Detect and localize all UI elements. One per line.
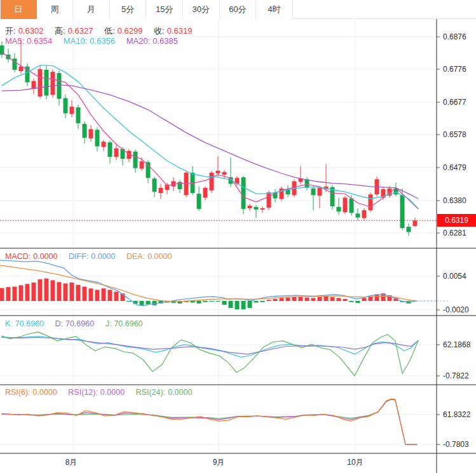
macd-histogram-bar (191, 301, 195, 303)
ma20-value: 0.6385 (153, 36, 178, 46)
macd-histogram-bar (38, 279, 43, 301)
y-axis-label: 0.6281 (443, 229, 466, 237)
y-axis-label: 61.8322 (443, 410, 470, 419)
candle-body (337, 207, 341, 211)
macd-histogram-bar (70, 283, 74, 301)
candle-body (210, 173, 214, 190)
y-axis-label: 0.6876 (443, 32, 466, 41)
j-value: 70.6960 (114, 319, 142, 328)
candle-body (140, 161, 144, 168)
macd-histogram-bar (32, 283, 36, 301)
ma5-value: 0.6354 (27, 36, 52, 46)
d-label: D: (55, 319, 63, 328)
macd-histogram-bar (235, 301, 240, 309)
candle-body (343, 197, 348, 212)
macd-histogram-bar (356, 301, 360, 303)
macd-histogram-bar (25, 284, 30, 301)
low-value: 0.6299 (118, 26, 143, 36)
last-price-tag: 0.6319 (437, 214, 476, 227)
candle-body (261, 208, 265, 210)
macd-histogram-bar (362, 298, 367, 301)
candle-body (216, 171, 221, 173)
y-axis-label: 0.6776 (443, 65, 466, 74)
candle-body (95, 130, 100, 146)
macd-histogram-bar (280, 298, 284, 301)
macd-histogram-bar (337, 298, 341, 301)
high-value: 0.6327 (68, 26, 93, 36)
candle-body (248, 206, 252, 208)
macd-histogram-bar (6, 287, 11, 301)
macd-histogram-bar (299, 296, 303, 301)
macd-histogram-bar (0, 288, 4, 301)
macd-histogram-bar (343, 299, 348, 301)
j-label: J: (105, 319, 112, 328)
y-axis-label: -0.7822 (443, 371, 469, 380)
candle-body (89, 129, 93, 138)
macd-histogram-bar (330, 297, 335, 301)
candle-body (102, 142, 106, 147)
rsi6-line (2, 399, 417, 444)
rsi24-line (2, 399, 417, 444)
y-axis-label: 0.6677 (443, 98, 466, 107)
candle-body (108, 142, 112, 157)
macd-histogram-bar (146, 301, 151, 304)
macd-histogram-bar (318, 297, 322, 301)
candle-body (83, 124, 87, 138)
macd-histogram-bar (13, 286, 17, 301)
macd-value: 0.0000 (33, 252, 57, 261)
candle-body (184, 173, 189, 195)
candle-body (38, 69, 43, 97)
macd-histogram-bar (350, 301, 354, 302)
low-label: 低: (104, 26, 115, 36)
close-label: 收: (154, 26, 165, 36)
candle-body (241, 177, 246, 209)
candle-body (350, 198, 354, 213)
chart-canvas[interactable] (0, 0, 476, 473)
macd-histogram-bar (108, 290, 112, 301)
ma10-label: MA10: (64, 36, 88, 46)
macd-histogram-bar (210, 301, 214, 302)
rsi-legend: RSI(6):0.0000 RSI(12):0.0000 RSI(24):0.0… (5, 388, 194, 397)
k-label: K: (5, 319, 13, 328)
macd-histogram-bar (254, 301, 259, 303)
macd-histogram-bar (19, 285, 24, 301)
candle-body (133, 152, 138, 168)
rsi12-line (2, 399, 417, 444)
rsi24-value: 0.0000 (168, 388, 192, 397)
macd-histogram-bar (292, 297, 297, 301)
macd-histogram-bar (140, 301, 144, 305)
diff-label: DIFF: (69, 252, 88, 261)
open-value: 0.6302 (18, 26, 44, 36)
macd-histogram-bar (64, 283, 68, 301)
y-axis-label: -0.0020 (443, 305, 469, 314)
dea-value: 0.0000 (147, 252, 172, 261)
candle-body (369, 194, 373, 210)
y-axis-label: 0.6380 (443, 196, 466, 205)
kdj-d-line (2, 338, 418, 354)
macd-histogram-bar (102, 288, 106, 301)
y-axis-label: -0.7803 (443, 440, 469, 449)
y-axis-label: 0.6479 (443, 163, 466, 172)
macd-histogram-bar (311, 298, 316, 301)
candle-body (32, 81, 36, 89)
dea-label: DEA: (126, 252, 145, 261)
macd-histogram-bar (267, 300, 271, 301)
macd-histogram-bar (324, 296, 329, 301)
kdj-k-line (2, 336, 418, 357)
macd-histogram-bar (83, 286, 87, 301)
candle-body (362, 210, 367, 218)
macd-histogram-bar (261, 301, 265, 302)
candle-body (51, 72, 55, 95)
ohlc-legend: 开:0.6302 高:0.6327 低:0.6299 收:0.6319 (5, 25, 194, 37)
candle-body (159, 188, 163, 193)
macd-histogram-bar (241, 301, 246, 309)
y-axis-label: 0.0054 (443, 272, 466, 281)
ma5-label: MA5: (5, 36, 24, 46)
candle-body (44, 70, 49, 96)
macd-diff-line (0, 260, 416, 306)
candle-body (197, 194, 201, 209)
macd-histogram-bar (273, 299, 278, 301)
candle-body (57, 73, 62, 99)
candle-body (311, 189, 316, 195)
candle-body (222, 172, 227, 175)
